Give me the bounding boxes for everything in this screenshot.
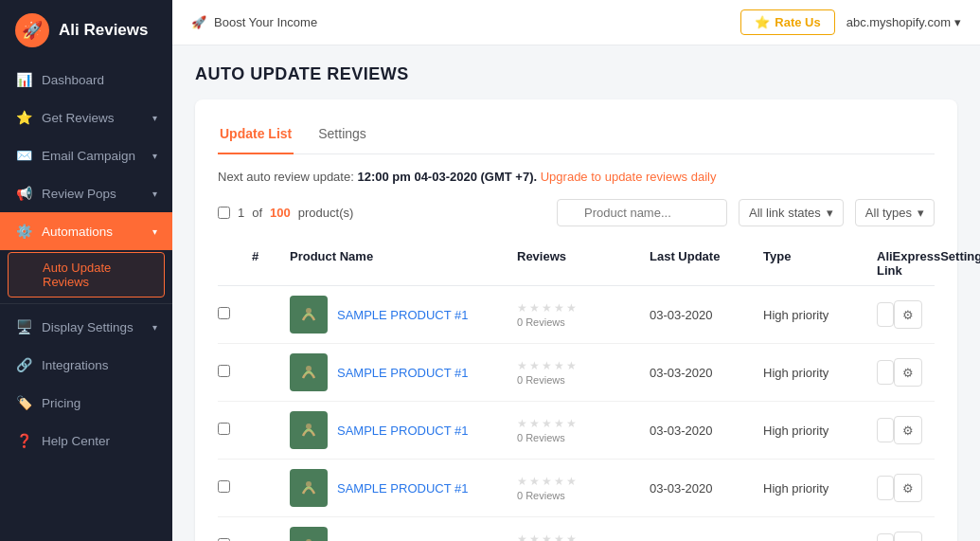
app-name: Ali Reviews	[59, 21, 149, 40]
table-row: SAMPLE PRODUCT #1 ★ ★ ★ ★ ★ 0 Reviews 03…	[218, 460, 935, 517]
col-header-aliexpress-link: AliExpress Link	[877, 249, 940, 278]
chevron-down-icon: ▾	[152, 226, 157, 237]
priority-type: High priority	[763, 481, 877, 496]
sidebar-item-pricing[interactable]: 🏷️ Pricing	[0, 384, 172, 422]
product-info: SAMPLE PRODUCT #1	[290, 411, 517, 449]
rate-us-button[interactable]: ⭐ Rate Us	[740, 9, 834, 35]
settings-button[interactable]: ⚙	[894, 416, 922, 444]
table-header: # Product Name Reviews Last Update Type …	[218, 242, 935, 286]
sidebar-item-label: Email Campaign	[42, 149, 143, 163]
sidebar-item-label: Automations	[42, 225, 143, 239]
svg-point-7	[306, 481, 312, 487]
type-filter[interactable]: All types ▾	[855, 199, 935, 226]
reviews-cell: ★ ★ ★ ★ ★ 0 Reviews	[517, 475, 650, 501]
product-info: SAMPLE PRODUCT #1	[290, 353, 517, 391]
settings-button[interactable]: ⚙	[894, 532, 922, 541]
sidebar-item-label: Display Settings	[42, 320, 143, 334]
tab-settings[interactable]: Settings	[316, 118, 368, 154]
star-icon: ⭐	[755, 15, 770, 29]
product-name-link[interactable]: SAMPLE PRODUCT #1	[337, 366, 468, 380]
selected-count: 1	[238, 206, 244, 220]
settings-button[interactable]: ⚙	[894, 474, 922, 502]
main-area: 🚀 Boost Your Income ⭐ Rate Us abc.myshop…	[172, 0, 980, 541]
reviews-cell: ★ ★ ★ ★ ★ 0 Reviews	[517, 532, 650, 541]
sidebar-item-auto-update-reviews[interactable]: Auto Update Reviews	[8, 252, 165, 298]
star-rating: ★ ★ ★ ★ ★	[517, 475, 650, 488]
search-input[interactable]	[557, 199, 727, 226]
products-label: product(s)	[298, 206, 354, 220]
topbar: 🚀 Boost Your Income ⭐ Rate Us abc.myshop…	[172, 0, 980, 45]
sidebar-item-get-reviews[interactable]: ⭐ Get Reviews ▾	[0, 99, 172, 136]
help-icon: ❓	[15, 433, 32, 448]
last-update: 03-03-2020	[650, 481, 763, 496]
row-checkbox[interactable]	[218, 423, 252, 438]
aliexpress-link-input[interactable]	[877, 418, 894, 442]
divider	[0, 303, 172, 304]
last-update: 03-03-2020	[650, 366, 763, 380]
aliexpress-link-input[interactable]	[877, 533, 894, 541]
aliexpress-link-cell[interactable]	[877, 360, 894, 385]
aliexpress-link-input[interactable]	[877, 302, 894, 327]
sidebar-item-integrations[interactable]: 🔗 Integrations	[0, 346, 172, 384]
sidebar-item-label: Dashboard	[42, 73, 157, 87]
star-icon: ⭐	[15, 110, 32, 125]
svg-point-1	[306, 308, 312, 314]
select-all-checkbox[interactable]	[218, 207, 230, 219]
sidebar-item-label: Help Center	[42, 434, 157, 448]
aliexpress-link-cell[interactable]	[877, 476, 894, 500]
svg-point-3	[306, 366, 312, 371]
settings-cell: ⚙	[894, 474, 951, 502]
boost-label: 🚀 Boost Your Income	[191, 15, 317, 29]
sidebar-item-automations[interactable]: ⚙️ Automations ▾	[0, 212, 172, 250]
aliexpress-link-input[interactable]	[877, 360, 894, 385]
reviews-count: 0 Reviews	[517, 374, 650, 386]
row-checkbox[interactable]	[218, 365, 252, 380]
sidebar-nav: 📊 Dashboard ⭐ Get Reviews ▾ ✉️ Email Cam…	[0, 61, 172, 541]
table-row: SAMPLE PRODUCT #1 ★ ★ ★ ★ ★ 0 Reviews 03…	[218, 402, 935, 460]
row-checkbox[interactable]	[218, 480, 252, 496]
aliexpress-link-cell[interactable]	[877, 533, 894, 541]
aliexpress-link-input[interactable]	[877, 476, 894, 500]
aliexpress-link-cell[interactable]	[877, 418, 894, 442]
sidebar-item-label: Integrations	[42, 358, 157, 372]
sidebar-item-dashboard[interactable]: 📊 Dashboard	[0, 61, 172, 99]
sidebar-item-review-pops[interactable]: 📢 Review Pops ▾	[0, 174, 172, 212]
chevron-down-icon: ▾	[918, 206, 924, 220]
table-row: SAMPLE PRODUCT #1 ★ ★ ★ ★ ★ 0 Reviews 03…	[218, 344, 935, 402]
tab-update-list[interactable]: Update List	[218, 118, 294, 154]
table-row: SAMPLE PRODUCT #1 ★ ★ ★ ★ ★ 0 Reviews 03…	[218, 517, 935, 541]
reviews-cell: ★ ★ ★ ★ ★ 0 Reviews	[517, 359, 650, 386]
reviews-count: 0 Reviews	[517, 432, 650, 443]
table-body: SAMPLE PRODUCT #1 ★ ★ ★ ★ ★ 0 Reviews 03…	[218, 286, 935, 541]
toolbar: 1 of 100 product(s) 🔍 All link states ▾ …	[218, 199, 935, 226]
main-content: AUTO UPDATE REVIEWS Update List Settings…	[172, 45, 980, 541]
row-checkbox[interactable]	[218, 307, 252, 322]
automations-icon: ⚙️	[15, 224, 32, 239]
chevron-down-icon: ▾	[152, 189, 157, 199]
product-name-link[interactable]: SAMPLE PRODUCT #1	[337, 308, 468, 322]
settings-cell: ⚙	[894, 300, 951, 329]
product-name-link[interactable]: SAMPLE PRODUCT #1	[337, 481, 468, 496]
update-datetime: 12:00 pm 04-03-2020 (GMT +7).	[357, 170, 537, 184]
link-state-filter[interactable]: All link states ▾	[739, 199, 844, 226]
aliexpress-link-cell[interactable]	[877, 302, 894, 327]
sidebar-item-email-campaign[interactable]: ✉️ Email Campaign ▾	[0, 136, 172, 174]
product-count: 1 of 100 product(s)	[218, 206, 353, 220]
dashboard-icon: 📊	[15, 72, 32, 87]
product-thumbnail	[290, 411, 328, 449]
star-rating: ★ ★ ★ ★ ★	[517, 532, 650, 541]
settings-button[interactable]: ⚙	[894, 358, 922, 387]
pops-icon: 📢	[15, 186, 32, 201]
sidebar-item-display-settings[interactable]: 🖥️ Display Settings ▾	[0, 308, 172, 346]
product-name-link[interactable]: SAMPLE PRODUCT #1	[337, 424, 468, 438]
col-header-reviews: Reviews	[517, 249, 650, 278]
reviews-cell: ★ ★ ★ ★ ★ 0 Reviews	[517, 301, 650, 328]
product-thumbnail	[290, 469, 328, 507]
sidebar-item-help-center[interactable]: ❓ Help Center	[0, 422, 172, 460]
upgrade-link[interactable]: Upgrade to update reviews daily	[541, 170, 717, 184]
display-icon: 🖥️	[15, 319, 32, 334]
star-rating: ★ ★ ★ ★ ★	[517, 417, 650, 430]
product-info: SAMPLE PRODUCT #1	[290, 469, 517, 507]
shop-domain-selector[interactable]: abc.myshopify.com ▾	[846, 15, 961, 29]
settings-button[interactable]: ⚙	[894, 300, 922, 329]
